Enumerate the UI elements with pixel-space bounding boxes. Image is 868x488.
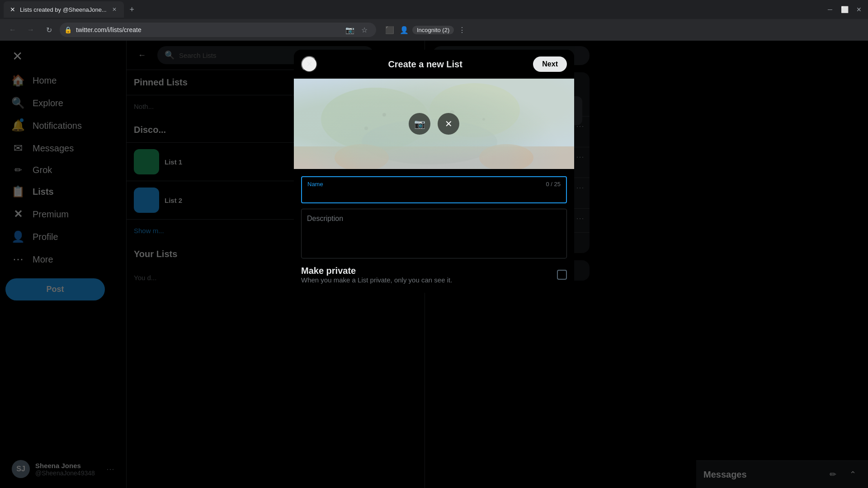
tab-close-button[interactable]: ✕ (110, 5, 118, 14)
new-tab-button[interactable]: + (126, 3, 138, 16)
incognito-badge[interactable]: Incognito (2) (412, 26, 454, 34)
minimize-button[interactable]: ─ (825, 4, 835, 15)
banner-camera-button[interactable]: 📷 (409, 113, 430, 135)
browser-tab-1[interactable]: ✕ Lists created by @SheenaJone... ✕ (4, 1, 124, 18)
camera-off-icon: 📷 (344, 23, 356, 36)
name-field[interactable]: Name 0 / 25 (301, 176, 567, 203)
address-bar[interactable]: 🔒 twitter.com/i/lists/create 📷 ☆ (60, 23, 376, 37)
make-private-labels: Make private When you make a List privat… (301, 266, 452, 284)
name-input[interactable] (307, 189, 561, 199)
modal-body: Name 0 / 25 Make private When you make a… (294, 169, 574, 293)
svg-point-10 (482, 118, 485, 121)
modal-close-button[interactable]: ✕ (301, 56, 317, 72)
menu-icon[interactable]: ⋮ (456, 23, 468, 36)
modal-overlay: ✕ Create a new List Next (0, 41, 868, 488)
svg-point-11 (364, 127, 368, 130)
lock-icon: 🔒 (64, 26, 72, 33)
description-field[interactable] (301, 209, 567, 258)
modal-next-button[interactable]: Next (533, 56, 567, 72)
reload-button[interactable]: ↻ (42, 23, 56, 37)
extensions-icon[interactable]: ⬛ (383, 23, 396, 36)
profile-icon[interactable]: 👤 (398, 23, 410, 36)
banner-remove-button[interactable]: ✕ (438, 113, 459, 135)
name-field-label: Name (307, 181, 561, 188)
camera-icon: 📷 (414, 118, 425, 129)
tab-favicon: ✕ (9, 6, 16, 13)
modal-header: ✕ Create a new List Next (294, 50, 574, 79)
create-list-modal: ✕ Create a new List Next (294, 50, 574, 293)
close-window-button[interactable]: ✕ (854, 4, 864, 15)
make-private-checkbox[interactable] (557, 270, 567, 280)
make-private-row: Make private When you make a List privat… (301, 266, 567, 284)
app-area: ✕ 🏠 Home 🔍 Explore 🔔 Notifications ✉ Mes… (0, 41, 868, 488)
window-controls: ─ ⬜ ✕ (825, 4, 864, 15)
make-private-label: Make private (301, 266, 452, 276)
browser-chrome: ✕ Lists created by @SheenaJone... ✕ + ─ … (0, 0, 868, 41)
tab-bar: ✕ Lists created by @SheenaJone... ✕ + ─ … (0, 0, 868, 19)
modal-banner: 📷 ✕ (294, 79, 574, 169)
maximize-button[interactable]: ⬜ (839, 4, 850, 15)
description-input[interactable] (307, 215, 561, 251)
make-private-desc: When you make a List private, only you c… (301, 276, 452, 284)
forward-nav-button[interactable]: → (24, 23, 38, 37)
svg-rect-4 (294, 146, 574, 169)
svg-point-7 (382, 113, 386, 117)
address-bar-row: ← → ↻ 🔒 twitter.com/i/lists/create 📷 ☆ ⬛… (0, 19, 868, 41)
svg-point-6 (479, 144, 533, 169)
remove-banner-icon: ✕ (445, 118, 453, 129)
char-count: 0 / 25 (546, 181, 561, 188)
back-nav-button[interactable]: ← (5, 23, 20, 37)
modal-title: Create a new List (388, 59, 462, 70)
tab-title: Lists created by @SheenaJone... (20, 6, 107, 13)
address-text: twitter.com/i/lists/create (76, 26, 142, 33)
svg-point-5 (335, 144, 389, 169)
banner-controls: 📷 ✕ (409, 113, 459, 135)
browser-right-icons: ⬛ 👤 Incognito (2) ⋮ (383, 23, 468, 36)
bookmark-icon[interactable]: ☆ (358, 23, 371, 36)
